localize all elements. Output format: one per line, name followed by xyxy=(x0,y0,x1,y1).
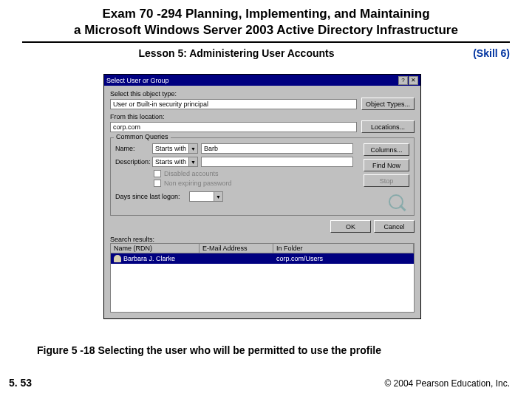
cancel-button[interactable]: Cancel xyxy=(374,220,415,233)
chevron-down-icon[interactable]: ▼ xyxy=(188,144,197,153)
user-icon xyxy=(114,255,121,262)
name-mode-combo[interactable]: Starts with▼ xyxy=(152,143,198,154)
help-icon[interactable]: ? xyxy=(398,76,408,85)
page-number: 5. 53 xyxy=(9,377,32,389)
result-row[interactable]: Barbara J. Clarke corp.com/Users xyxy=(111,253,414,264)
days-since-label: Days since last logon: xyxy=(115,193,189,200)
locations-button[interactable]: Locations... xyxy=(361,120,415,133)
find-now-button[interactable]: Find Now xyxy=(364,159,409,171)
nonexpiring-password-checkbox[interactable]: Non expiring password xyxy=(154,180,353,187)
columns-button[interactable]: Columns... xyxy=(364,143,409,156)
course-title-line2: a Microsoft Windows Server 2003 Active D… xyxy=(15,22,517,38)
stop-button[interactable]: Stop xyxy=(364,174,409,187)
description-input[interactable] xyxy=(201,157,353,167)
name-input[interactable]: Barb xyxy=(201,143,353,154)
subheader: Lesson 5: Administering User Accounts (S… xyxy=(0,43,532,59)
slide-header: Exam 70 -294 Planning, Implementing, and… xyxy=(0,0,532,40)
name-label: Name: xyxy=(115,145,152,152)
col-folder[interactable]: In Folder xyxy=(273,244,414,253)
select-user-dialog: Select User or Group ? ✕ Select this obj… xyxy=(103,74,421,319)
find-icon xyxy=(389,194,405,211)
checkbox-icon xyxy=(154,170,161,177)
location-label: From this location: xyxy=(110,113,415,120)
object-type-field[interactable]: User or Built-in security principal xyxy=(110,99,357,109)
dialog-titlebar[interactable]: Select User or Group ? ✕ xyxy=(104,75,420,86)
figure-caption: Figure 5 -18 Selecting the user who will… xyxy=(37,344,495,356)
search-results-label: Search results: xyxy=(110,236,415,243)
col-name[interactable]: Name (RDN) xyxy=(111,244,200,253)
results-list[interactable]: Barbara J. Clarke corp.com/Users xyxy=(110,253,415,313)
object-types-button[interactable]: Object Types... xyxy=(361,98,415,110)
checkbox-icon xyxy=(154,180,161,187)
chevron-down-icon[interactable]: ▼ xyxy=(188,157,197,166)
course-title-line1: Exam 70 -294 Planning, Implementing, and… xyxy=(15,6,517,22)
close-icon[interactable]: ✕ xyxy=(409,76,418,85)
object-type-label: Select this object type: xyxy=(110,90,415,98)
copyright: © 2004 Pearson Education, Inc. xyxy=(384,378,510,389)
result-folder: corp.com/Users xyxy=(273,255,414,262)
results-header: Name (RDN) E-Mail Address In Folder xyxy=(110,243,415,253)
dialog-title: Select User or Group xyxy=(106,77,398,84)
col-email[interactable]: E-Mail Address xyxy=(200,244,273,253)
disabled-accounts-checkbox[interactable]: Disabled accounts xyxy=(154,170,353,177)
ok-button[interactable]: OK xyxy=(330,220,371,233)
location-field[interactable]: corp.com xyxy=(110,122,357,132)
description-label: Description: xyxy=(115,158,152,166)
lesson-title: Lesson 5: Administering User Accounts xyxy=(22,47,451,59)
description-mode-combo[interactable]: Starts with▼ xyxy=(152,157,198,167)
common-queries-group: Common Queries Name: Starts with▼ Barb D… xyxy=(110,137,415,216)
days-since-combo[interactable]: ▼ xyxy=(189,191,223,202)
result-name: Barbara J. Clarke xyxy=(123,255,175,262)
chevron-down-icon[interactable]: ▼ xyxy=(214,192,222,201)
skill-label: (Skill 6) xyxy=(451,47,510,59)
common-queries-label: Common Queries xyxy=(114,133,171,140)
